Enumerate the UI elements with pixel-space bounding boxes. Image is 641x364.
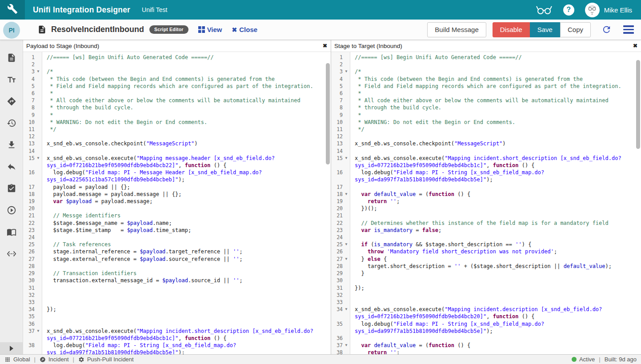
sidebar-history-icon[interactable] xyxy=(6,118,17,128)
code-line[interactable]: 28 target.short_description = '' + ($sta… xyxy=(331,263,641,270)
sidebar-directions-icon[interactable] xyxy=(6,96,17,107)
fold-arrow-icon[interactable]: ▼ xyxy=(343,241,350,248)
fold-arrow-icon[interactable]: ▼ xyxy=(35,68,42,75)
close-editor-button[interactable]: ✖ Close xyxy=(232,26,258,33)
code-line[interactable]: 30 xyxy=(331,277,641,284)
spectate-glasses-icon[interactable] xyxy=(536,4,553,15)
fold-arrow-icon[interactable]: ▼ xyxy=(343,306,350,320)
code-line[interactable]: 23 var is_mandatory = false; xyxy=(331,227,641,234)
code-line[interactable]: 6 * xyxy=(23,90,331,97)
code-line[interactable]: 34▼x_snd_eb.ws_console.execute("Mapping … xyxy=(331,306,641,320)
sidebar-expand-button[interactable] xyxy=(0,342,23,354)
scrollbar-thumb[interactable] xyxy=(326,63,330,164)
code-line[interactable]: 17 xyxy=(331,184,641,191)
panel-close-icon[interactable]: ✖ xyxy=(323,43,327,49)
sidebar-code-icon[interactable] xyxy=(6,248,17,259)
view-menu-button[interactable]: View xyxy=(198,26,222,33)
code-line[interactable]: 1//===== [ws] Begin Unifi Auto Generated… xyxy=(331,54,641,61)
code-line[interactable]: 3▼/* xyxy=(331,68,641,75)
scrollbar-thumb[interactable] xyxy=(636,60,640,149)
code-line[interactable]: 5 * Field and Field mapping records whic… xyxy=(23,83,331,90)
app-logo[interactable] xyxy=(0,0,25,20)
code-editor[interactable]: 1//===== [ws] Begin Unifi Auto Generated… xyxy=(331,52,641,354)
code-line[interactable]: 32 xyxy=(23,292,331,299)
code-line[interactable]: 38 log.debug("Field map: PI - String [x_… xyxy=(23,342,331,354)
code-line[interactable]: 25 // Task references xyxy=(23,241,331,248)
code-line[interactable]: 11 */ xyxy=(23,126,331,133)
save-button[interactable]: Save xyxy=(530,22,560,37)
help-button[interactable]: ? xyxy=(563,4,574,16)
fold-arrow-icon[interactable]: ▼ xyxy=(35,328,42,342)
code-line[interactable]: 12 xyxy=(23,133,331,140)
fold-arrow-icon[interactable]: ▼ xyxy=(35,155,42,169)
panel-close-icon[interactable]: ✖ xyxy=(633,43,637,49)
code-line[interactable]: 26 throw 'Mandatory field short_descript… xyxy=(331,248,641,255)
code-line[interactable]: 5 * Field and Field mapping records whic… xyxy=(331,83,641,90)
code-line[interactable]: 4 * This code (between the Begin and End… xyxy=(331,76,641,83)
code-line[interactable]: 31 xyxy=(23,284,331,292)
code-line[interactable]: 34}); xyxy=(23,306,331,313)
code-line[interactable]: 13x_snd_eb.ws_console.checkpoint("Messag… xyxy=(331,140,641,147)
code-line[interactable]: 35 log.debug("Field map: PI - String [x_… xyxy=(331,320,641,335)
code-line[interactable]: 25▼ if (is_mandatory && $stage.short_des… xyxy=(331,241,641,248)
code-line[interactable]: 36 xyxy=(331,335,641,342)
copy-button[interactable]: Copy xyxy=(560,22,591,37)
code-line[interactable]: 18▼ var default_value = (function () { xyxy=(331,191,641,198)
integration-item[interactable]: Push-Pull Incident xyxy=(78,356,134,363)
process-avatar[interactable]: PI xyxy=(3,22,20,39)
refresh-icon[interactable] xyxy=(601,24,612,35)
code-line[interactable]: 12 xyxy=(331,133,641,140)
code-line[interactable]: 2 xyxy=(23,61,331,68)
code-line[interactable]: 10 * WARNING: Do not edit the Begin or E… xyxy=(23,119,331,126)
code-line[interactable]: 23 $stage.$time_stamp = $payload.time_st… xyxy=(23,227,331,234)
code-line[interactable]: 17 payload = payload || {}; xyxy=(23,184,331,191)
code-line[interactable]: 15▼x_snd_eb.ws_console.execute("Mapping … xyxy=(23,155,331,169)
code-line[interactable]: 29 // Transaction identifiers xyxy=(23,270,331,277)
code-line[interactable]: 11 */ xyxy=(331,126,641,133)
fold-arrow-icon[interactable]: ▼ xyxy=(343,155,350,169)
code-line[interactable]: 21 xyxy=(331,212,641,219)
code-line[interactable]: 38 return ''; xyxy=(331,349,641,354)
sidebar-download-icon[interactable] xyxy=(6,140,17,150)
code-line[interactable]: 22 // Determines whether this instance o… xyxy=(331,220,641,227)
code-line[interactable]: 7 * All code either above or below the c… xyxy=(331,97,641,104)
code-line[interactable]: 6 * xyxy=(331,90,641,97)
code-line[interactable]: 26 stage.internal_reference = $payload.t… xyxy=(23,248,331,255)
code-line[interactable]: 18 payload.message = payload.message || … xyxy=(23,191,331,198)
fold-arrow-icon[interactable]: ▼ xyxy=(343,256,350,263)
code-line[interactable]: 10 * WARNING: Do not edit the Begin or E… xyxy=(331,119,641,126)
sidebar-book-icon[interactable] xyxy=(6,227,17,237)
code-line[interactable]: 20 })(); xyxy=(331,205,641,212)
code-editor[interactable]: 1//===== [ws] Begin Unifi Auto Generated… xyxy=(23,52,331,354)
code-line[interactable]: 31}); xyxy=(331,284,641,292)
sidebar-task-check-icon[interactable] xyxy=(6,183,17,194)
menu-hamburger-icon[interactable] xyxy=(623,25,634,34)
code-line[interactable]: 37▼x_snd_eb.ws_console.execute("Mapping … xyxy=(23,328,331,342)
code-line[interactable]: 35 xyxy=(23,313,331,320)
code-line[interactable]: 29 } xyxy=(331,270,641,277)
code-line[interactable]: 4 * This code (between the Begin and End… xyxy=(23,76,331,83)
code-line[interactable]: 9 * xyxy=(23,112,331,119)
code-line[interactable]: 36 xyxy=(23,320,331,328)
code-line[interactable]: 3▼/* xyxy=(23,68,331,75)
code-line[interactable]: 33 xyxy=(23,299,331,306)
code-line[interactable]: 30 transaction.external_message_id = $pa… xyxy=(23,277,331,284)
code-line[interactable]: 1//===== [ws] Begin Unifi Auto Generated… xyxy=(23,54,331,61)
code-line[interactable]: 9 * xyxy=(331,112,641,119)
code-line[interactable]: 24 xyxy=(23,234,331,241)
code-line[interactable]: 24 xyxy=(331,234,641,241)
code-line[interactable]: 27▼ } else { xyxy=(331,256,641,263)
code-line[interactable]: 15▼x_snd_eb.ws_console.execute("Mapping … xyxy=(331,155,641,169)
code-line[interactable]: 14 xyxy=(23,148,331,155)
code-line[interactable]: 19 return ''; xyxy=(331,198,641,205)
user-menu[interactable]: Mike Ellis xyxy=(585,3,632,17)
fold-arrow-icon[interactable]: ▼ xyxy=(343,191,350,198)
sidebar-document-icon[interactable] xyxy=(6,52,17,63)
scope-item[interactable]: Global xyxy=(4,356,30,363)
code-line[interactable]: 14 xyxy=(331,148,641,155)
code-line[interactable]: 2 xyxy=(331,61,641,68)
target-table-item[interactable]: Incident xyxy=(40,356,69,363)
code-line[interactable]: 7 * All code either above or below the c… xyxy=(23,97,331,104)
code-line[interactable]: 8 * through the build cycle. xyxy=(331,104,641,111)
code-line[interactable]: 28 xyxy=(23,263,331,270)
